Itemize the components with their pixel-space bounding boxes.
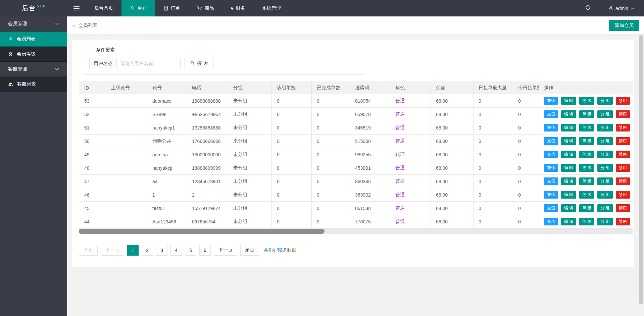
level-button[interactable]: 等 级 (579, 151, 594, 158)
edit-button[interactable]: 编 辑 (561, 164, 576, 172)
cell-role[interactable]: 普通 (390, 215, 431, 228)
page-button-2[interactable]: 2 (142, 245, 153, 256)
sidebar-item-member-level[interactable]: 会员等级 (0, 47, 67, 62)
cell-role[interactable]: 普通 (390, 108, 431, 121)
edit-button[interactable]: 编 辑 (561, 110, 576, 118)
group-button[interactable]: 分 组 (597, 204, 612, 212)
disable-button[interactable]: 禁用 (616, 218, 630, 225)
cell-today-orders: 0 (513, 121, 539, 135)
disable-button[interactable]: 禁用 (616, 151, 630, 158)
level-button[interactable]: 等 级 (579, 177, 594, 185)
level-button[interactable]: 等 级 (579, 97, 594, 105)
level-button[interactable]: 等 级 (579, 218, 594, 225)
level-button[interactable]: 等 级 (579, 124, 594, 131)
refresh-button[interactable] (577, 0, 599, 16)
cell-role[interactable]: 普通 (390, 94, 431, 108)
edit-button[interactable]: 编 辑 (561, 177, 576, 185)
level-button[interactable]: 等 级 (579, 164, 594, 172)
disable-button[interactable]: 禁用 (616, 177, 630, 185)
edit-button[interactable]: 编 辑 (561, 204, 576, 212)
horizontal-scrollbar-thumb[interactable] (79, 229, 325, 234)
disable-button[interactable]: 禁用 (616, 137, 630, 145)
disable-button[interactable]: 禁用 (616, 97, 630, 105)
sidebar-group-service-management[interactable]: 客服管理 (0, 62, 67, 77)
member-table-wrap: ID 上级账号 账号 电话 分组 该组单数 已完成单数 邀请码 角色 余额 日接… (79, 82, 633, 228)
cell-today-orders: 0 (513, 202, 539, 215)
recharge-button[interactable]: 充值 (544, 110, 558, 118)
edit-button[interactable]: 编 辑 (561, 137, 576, 145)
edit-button[interactable]: 编 辑 (561, 97, 576, 105)
last-page-button[interactable]: 尾页 (240, 245, 259, 256)
group-button[interactable]: 分 组 (597, 97, 612, 105)
recharge-button[interactable]: 充值 (544, 137, 558, 145)
page-button-3[interactable]: 3 (156, 245, 167, 256)
hamburger-menu-icon[interactable] (67, 0, 86, 16)
cell-role[interactable]: 普通 (390, 121, 431, 135)
cell-role[interactable]: 普通 (390, 175, 431, 188)
vertical-scrollbar-thumb[interactable] (639, 35, 643, 304)
admin-menu[interactable]: admin (599, 0, 644, 16)
cell-role[interactable]: 代理 (390, 148, 431, 161)
sidebar-item-label: 会员列表 (17, 36, 36, 42)
page-button-5[interactable]: 5 (185, 245, 196, 256)
page-button-6[interactable]: 6 (199, 245, 211, 256)
level-button[interactable]: 等 级 (579, 110, 594, 118)
group-button[interactable]: 分 组 (597, 151, 612, 158)
nav-item-goods[interactable]: 商品 (189, 0, 222, 16)
recharge-button[interactable]: 充值 (544, 191, 558, 199)
level-button[interactable]: 等 级 (579, 137, 594, 145)
nav-item-finance[interactable]: ¥ 财务 (222, 0, 254, 16)
nav-item-orders[interactable]: 订单 (155, 0, 189, 16)
level-button[interactable]: 等 级 (579, 204, 594, 212)
group-button[interactable]: 分 组 (597, 110, 612, 118)
disable-button[interactable]: 禁用 (616, 124, 630, 131)
username-input[interactable] (117, 58, 181, 69)
nav-item-users[interactable]: 用户 (121, 0, 155, 16)
sidebar-item-member-list[interactable]: 会员列表 (0, 32, 67, 47)
page-button-1[interactable]: 1 (127, 245, 139, 256)
edit-button[interactable]: 编 辑 (561, 124, 576, 131)
edit-button[interactable]: 编 辑 (561, 218, 576, 225)
level-button[interactable]: 等 级 (579, 191, 594, 199)
recharge-button[interactable]: 充值 (544, 151, 558, 158)
group-button[interactable]: 分 组 (597, 218, 612, 225)
add-member-button[interactable]: 添加会员 (609, 20, 639, 31)
search-button[interactable]: 搜 索 (185, 58, 213, 69)
disable-button[interactable]: 禁用 (616, 110, 630, 118)
nav-item-system[interactable]: 系统管理 (254, 0, 289, 16)
group-button[interactable]: 分 组 (597, 177, 612, 185)
disable-button[interactable]: 禁用 (616, 164, 630, 172)
group-button[interactable]: 分 组 (597, 164, 612, 172)
prev-page-button[interactable]: 上一页 (101, 245, 124, 256)
col-header-actions: 操作 (539, 82, 633, 94)
recharge-button[interactable]: 充值 (544, 204, 558, 212)
nav-item-home[interactable]: 后台首页 (86, 0, 121, 16)
cell-id: 51 (79, 121, 106, 135)
edit-button[interactable]: 编 辑 (561, 151, 576, 158)
cell-parent-account (106, 175, 147, 188)
page-button-4[interactable]: 4 (170, 245, 182, 256)
recharge-button[interactable]: 充值 (544, 164, 558, 172)
group-button[interactable]: 分 组 (597, 191, 612, 199)
horizontal-scrollbar[interactable] (79, 228, 633, 234)
group-button[interactable]: 分 组 (597, 137, 612, 145)
group-button[interactable]: 分 组 (597, 124, 612, 131)
recharge-button[interactable]: 充值 (544, 97, 558, 105)
user-icon (8, 37, 13, 42)
recharge-button[interactable]: 充值 (544, 124, 558, 131)
cell-role[interactable]: 普通 (390, 202, 431, 215)
sidebar-group-member-management[interactable]: 会员管理 (0, 16, 67, 32)
col-header-role: 角色 (390, 82, 431, 94)
cell-role[interactable]: 普通 (390, 135, 431, 148)
disable-button[interactable]: 禁用 (616, 204, 630, 212)
vertical-scrollbar[interactable] (638, 35, 644, 316)
sidebar-item-service-list[interactable]: 客服列表 (0, 77, 67, 92)
recharge-button[interactable]: 充值 (544, 177, 558, 185)
edit-button[interactable]: 编 辑 (561, 191, 576, 199)
cell-role[interactable]: 普通 (390, 161, 431, 175)
recharge-button[interactable]: 充值 (544, 218, 558, 225)
first-page-button[interactable]: 首页 (79, 245, 98, 256)
disable-button[interactable]: 禁用 (616, 191, 630, 199)
cell-role[interactable]: 普通 (390, 188, 431, 202)
next-page-button[interactable]: 下一页 (214, 245, 237, 256)
